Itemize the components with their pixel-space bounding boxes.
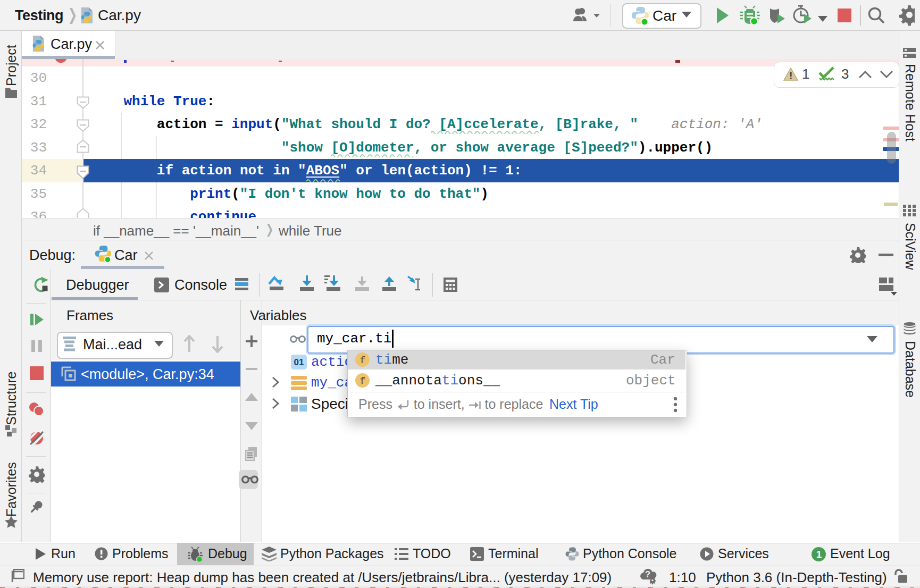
svg-text:f: f xyxy=(359,355,365,366)
svg-text:1: 1 xyxy=(816,549,822,560)
svg-text:?: ? xyxy=(645,569,650,579)
svg-text:f: f xyxy=(359,375,365,387)
svg-text:01: 01 xyxy=(294,357,304,367)
